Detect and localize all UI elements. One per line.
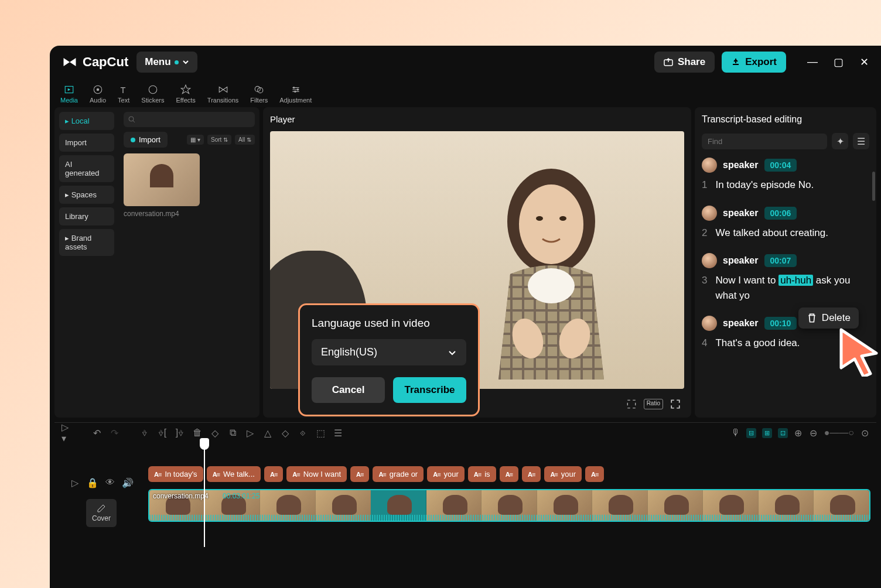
export-button[interactable]: Export [722, 52, 786, 73]
sidebar-item-local[interactable]: ▸ Local [59, 112, 114, 130]
caption-clip[interactable]: A≡ [522, 466, 541, 482]
play-tool[interactable]: ▷ [245, 428, 255, 437]
sparkle-button[interactable]: ✦ [832, 133, 848, 149]
minimize-button[interactable]: — [807, 56, 818, 69]
caption-clip[interactable]: A≡Now I want [286, 466, 347, 482]
sidebar-item-ai[interactable]: AI generated [59, 155, 114, 182]
track-eye-icon[interactable]: 👁 [105, 478, 115, 487]
timeline-tracks[interactable]: A≡In today'sA≡We talk...A≡A≡Now I wantA≡… [148, 449, 870, 527]
align-tool[interactable]: ⊕ [794, 428, 803, 437]
language-select[interactable]: English(US) [312, 339, 466, 365]
filter-all-button[interactable]: All ⇅ [235, 135, 255, 145]
fullscreen-icon[interactable] [670, 399, 681, 409]
cancel-button[interactable]: Cancel [312, 377, 385, 403]
transcript-row[interactable]: speaker 00:07 3 Now I want to uh-huh ask… [702, 253, 869, 303]
split-left-tool[interactable]: ⎀[ [158, 428, 167, 437]
pro-tool[interactable]: ⬚ [316, 428, 325, 437]
app-window: CapCut Menu Share Export — ▢ ✕ Media [50, 46, 881, 588]
caption-clip[interactable]: A≡is [468, 466, 496, 482]
caption-clip[interactable]: A≡In today's [148, 466, 203, 482]
timestamp-pill[interactable]: 00:06 [764, 207, 797, 220]
transcript-row[interactable]: speaker 00:04 1 In today's episode No. [702, 158, 869, 193]
effects-icon [180, 84, 191, 95]
tab-transitions[interactable]: Transitions [202, 81, 244, 107]
tab-adjustment[interactable]: Adjustment [274, 81, 317, 107]
tab-text[interactable]: TText [112, 81, 135, 107]
marker-tool[interactable]: ◇ [210, 428, 220, 437]
media-search[interactable] [124, 112, 255, 127]
split-right-tool[interactable]: ]⎀ [175, 428, 185, 437]
caption-clip[interactable]: A≡your [544, 466, 582, 482]
video-track-clip[interactable]: conversation.mp4 00:03:01:25 [148, 489, 870, 522]
svg-point-5 [149, 86, 157, 94]
caption-clip[interactable]: A≡ [264, 466, 283, 482]
timestamp-pill[interactable]: 00:10 [764, 317, 797, 330]
sidebar-item-library[interactable]: Library [59, 207, 114, 225]
timestamp-pill[interactable]: 00:07 [764, 254, 797, 267]
track-lock-icon[interactable]: 🔒 [88, 478, 97, 487]
snap-btn-2[interactable]: ⊞ [762, 428, 772, 438]
player-title: Player [270, 114, 684, 124]
caption-clip[interactable]: A≡We talk... [207, 466, 261, 482]
scan-icon[interactable] [626, 399, 637, 409]
caption-clip[interactable]: A≡your [427, 466, 465, 482]
tab-effects[interactable]: Effects [170, 81, 201, 107]
playhead-handle[interactable] [200, 438, 209, 450]
crop-tool[interactable]: ⟐ [298, 428, 308, 437]
tab-filters[interactable]: Filters [244, 81, 274, 107]
caption-clip[interactable]: A≡ [585, 466, 604, 482]
transcribe-button[interactable]: Transcribe [393, 377, 466, 403]
tab-stickers[interactable]: Stickers [135, 81, 170, 107]
zoom-out[interactable]: ⊖ [809, 428, 818, 437]
caption-clip[interactable]: A≡ [350, 466, 369, 482]
split-tool[interactable]: ⎀ [140, 428, 149, 437]
caption-icon: A≡ [474, 471, 481, 478]
scrollbar[interactable] [872, 172, 875, 201]
snap-btn-1[interactable]: ⊟ [746, 428, 756, 438]
playhead[interactable] [204, 442, 205, 547]
sidebar-item-spaces[interactable]: ▸ Spaces [59, 186, 114, 204]
list-button[interactable]: ☰ [853, 133, 869, 149]
mic-button[interactable]: 🎙 [731, 428, 740, 437]
share-button[interactable]: Share [654, 52, 715, 73]
caption-clip[interactable]: A≡grade or [373, 466, 424, 482]
menu-button[interactable]: Menu [136, 52, 197, 73]
close-button[interactable]: ✕ [859, 56, 869, 69]
undo-button[interactable]: ↶ [92, 428, 101, 437]
sidebar-item-brand[interactable]: ▸ Brand assets [59, 229, 114, 256]
player-controls: Ratio [626, 399, 681, 409]
caption-clip[interactable]: A≡ [500, 466, 518, 482]
pointer-tool[interactable]: ▷ ▾ [62, 428, 71, 437]
track-speaker-icon[interactable]: 🔊 [123, 478, 132, 487]
highlighted-text: uh-huh [778, 275, 813, 286]
timestamp-pill[interactable]: 00:04 [764, 159, 797, 172]
sort-button[interactable]: Sort ⇅ [207, 135, 231, 145]
snap-btn-3[interactable]: ⊡ [778, 428, 788, 438]
transcript-text: We talked about creating. [715, 225, 828, 241]
modal-buttons: Cancel Transcribe [312, 377, 466, 403]
list-tool[interactable]: ☰ [333, 428, 343, 437]
find-input[interactable] [702, 134, 827, 149]
tab-audio[interactable]: Audio [84, 81, 112, 107]
tab-media[interactable]: Media [54, 81, 84, 107]
timeline-body: ▷ 🔒 👁 🔊 Cover A≡In today'sA≡We talk...A≡… [54, 443, 876, 533]
mirror-tool[interactable]: △ [263, 428, 272, 437]
duplicate-tool[interactable]: ⧉ [228, 428, 237, 437]
import-button[interactable]: Import [124, 132, 168, 148]
media-tools: ▦ ▾ Sort ⇅ All ⇅ [187, 135, 255, 145]
rotate-tool[interactable]: ◇ [281, 428, 290, 437]
media-thumbnail[interactable] [124, 153, 200, 206]
audio-waveform [149, 515, 869, 521]
ratio-button[interactable]: Ratio [644, 399, 663, 409]
capcut-logo-icon [62, 54, 78, 70]
transcript-row[interactable]: speaker 00:06 2 We talked about creating… [702, 206, 869, 241]
speaker-avatar [702, 316, 717, 331]
delete-tool[interactable]: 🗑 [193, 428, 202, 437]
maximize-button[interactable]: ▢ [833, 56, 844, 69]
redo-button[interactable]: ↷ [110, 428, 119, 437]
fit-button[interactable]: ⊙ [860, 428, 869, 437]
sidebar-item-import[interactable]: Import [59, 134, 114, 152]
grid-view-button[interactable]: ▦ ▾ [187, 135, 204, 145]
track-video-icon[interactable]: ▷ [70, 478, 80, 487]
cover-button[interactable]: Cover [86, 499, 117, 527]
